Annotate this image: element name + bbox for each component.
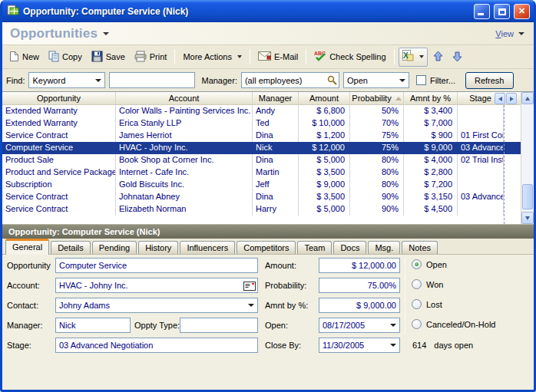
tab-docs[interactable]: Docs [333, 241, 366, 254]
cell-amount: $ 3,500 [299, 191, 350, 203]
cell-opportunity: Extended Warranty [2, 105, 116, 117]
scroll-down-button[interactable] [521, 212, 534, 224]
find-type-select[interactable]: Keyword [28, 72, 105, 88]
tab-details[interactable]: Details [51, 241, 91, 254]
stage-field[interactable]: 03 Advanced Negotiation [55, 338, 258, 353]
cell-probability: 75% [350, 142, 404, 154]
search-input[interactable] [109, 72, 195, 88]
view-menu-button[interactable]: View [495, 29, 524, 38]
table-row[interactable]: Service ContractElizabeth NormanHarry$ 5… [2, 203, 521, 216]
row-filler [504, 179, 521, 191]
tab-notes[interactable]: Notes [402, 241, 438, 254]
print-button[interactable]: Print [131, 48, 171, 66]
amnt-by-pct-field[interactable]: $ 9,000.00 [319, 298, 400, 313]
cell-opportunity: Service Contract [2, 203, 116, 216]
status-radio-canceled-on-hold[interactable]: Canceled/On-Hold [412, 319, 496, 329]
status-filter-select[interactable]: Open [343, 72, 409, 88]
scroll-up-button[interactable] [521, 92, 534, 104]
refresh-button[interactable]: Refresh [465, 72, 514, 89]
move-down-button[interactable] [448, 48, 466, 66]
cell-amount: $ 1,200 [299, 130, 350, 142]
amount-field[interactable]: $ 12,000.00 [319, 258, 400, 273]
column-header-amnt_by_pct[interactable]: Amnt by % [404, 92, 458, 104]
form-divider [405, 258, 405, 334]
status-radio-lost[interactable]: Lost [412, 299, 442, 309]
close-button[interactable]: ✕ [514, 4, 530, 19]
export-excel-button[interactable]: X [399, 48, 428, 67]
table-row[interactable]: Extended WarrantyColor Walls - Painting … [2, 105, 521, 117]
manager-filter-input[interactable]: (all employees) [241, 72, 339, 88]
manager-label: Manager: [7, 321, 42, 330]
column-header-probability[interactable]: Probability [350, 92, 404, 104]
move-up-button[interactable] [429, 48, 447, 66]
opportunity-field[interactable]: Computer Service [55, 258, 258, 273]
tab-msg[interactable]: Msg. [368, 241, 400, 254]
sort-ascending-icon [395, 97, 402, 100]
contact-card-icon[interactable] [243, 281, 256, 293]
cell-manager: Andy [253, 105, 299, 117]
oppty-type-field[interactable] [180, 318, 258, 333]
probability-field[interactable]: 75.00% [319, 278, 400, 293]
cell-account: James Herriot [116, 130, 253, 142]
amount-label: Amount: [265, 261, 296, 270]
tab-general[interactable]: General [5, 239, 49, 255]
cell-stage: 01 First Contact [458, 130, 504, 142]
chevron-down-icon [399, 79, 405, 82]
svg-text:X: X [403, 51, 409, 60]
minimize-button[interactable] [474, 4, 490, 19]
table-row[interactable]: Service ContractJames HerriotDina$ 1,200… [2, 130, 521, 142]
arrow-down-icon [525, 216, 530, 220]
close-by-select[interactable]: 11/30/2005 [319, 338, 400, 353]
status-radio-won[interactable]: Won [412, 279, 443, 289]
filter-checkbox[interactable] [416, 75, 426, 85]
tab-pending[interactable]: Pending [92, 241, 137, 254]
cell-stage: 03 Advanced Negotiation [458, 142, 504, 154]
save-icon [91, 51, 103, 64]
radio-icon [412, 319, 422, 329]
vertical-scrollbar[interactable] [521, 92, 534, 224]
open-date-select[interactable]: 08/17/2005 [319, 318, 400, 333]
cell-manager: Dina [253, 154, 299, 166]
table-row[interactable]: Service ContractJohnatan AbneyDina$ 3,50… [2, 191, 521, 203]
table-row[interactable]: Product and Service PackageInternet - Ca… [2, 166, 521, 179]
scrollbar-thumb[interactable] [522, 184, 533, 209]
scroll-columns-right-button[interactable] [506, 93, 517, 104]
tab-competitors[interactable]: Competitors [237, 241, 296, 254]
check-spelling-button[interactable]: ABC Check Spelling [310, 48, 389, 66]
cell-amount: $ 6,800 [299, 105, 350, 117]
status-radio-open[interactable]: Open [412, 259, 447, 269]
tab-history[interactable]: History [138, 241, 178, 254]
contact-label: Contact: [7, 301, 38, 310]
cell-amount: $ 5,000 [299, 154, 350, 166]
cell-probability: 50% [350, 105, 404, 117]
new-button[interactable]: New [5, 48, 43, 66]
manager-field[interactable]: Nick [55, 318, 131, 333]
table-row[interactable]: Extended WarrantyErica Stanly LLPTed$ 10… [2, 117, 521, 130]
arrow-left-icon [498, 97, 502, 101]
email-button[interactable]: E-Mail [254, 49, 302, 64]
probability-label: Probability: [265, 281, 306, 290]
tab-team[interactable]: Team [297, 241, 332, 254]
more-actions-button[interactable]: More Actions [179, 50, 246, 64]
column-header-opportunity[interactable]: Opportunity [2, 92, 116, 104]
save-button[interactable]: Save [88, 48, 129, 66]
copy-button[interactable]: Copy [45, 48, 86, 66]
column-header-amount[interactable]: Amount [299, 92, 350, 104]
scroll-columns-left-button[interactable] [495, 93, 505, 104]
account-field[interactable]: HVAC - Johny Inc. [55, 278, 258, 293]
list-body: Extended WarrantyColor Walls - Painting … [2, 105, 521, 216]
spell-check-icon: ABC [314, 50, 326, 64]
search-icon[interactable] [327, 75, 337, 87]
table-row[interactable]: Computer ServiceHVAC - Johny Inc.Nick$ 1… [2, 142, 521, 154]
toolbar-separator [306, 49, 306, 64]
maximize-button[interactable] [494, 4, 510, 19]
table-row[interactable]: Product SaleBook Shop at Corner Inc.Dina… [2, 154, 521, 166]
column-header-manager[interactable]: Manager [253, 92, 299, 104]
tab-influencers[interactable]: Influencers [180, 241, 235, 254]
contact-select[interactable]: Johny Adams [55, 298, 258, 313]
table-row[interactable]: SubscriptionGold Biscuits Inc.Jeff$ 9,00… [2, 179, 521, 191]
cell-opportunity: Extended Warranty [2, 117, 116, 130]
column-header-account[interactable]: Account [116, 92, 253, 104]
row-filler [504, 142, 521, 154]
opportunities-menu-button[interactable]: Opportunities [10, 26, 109, 41]
